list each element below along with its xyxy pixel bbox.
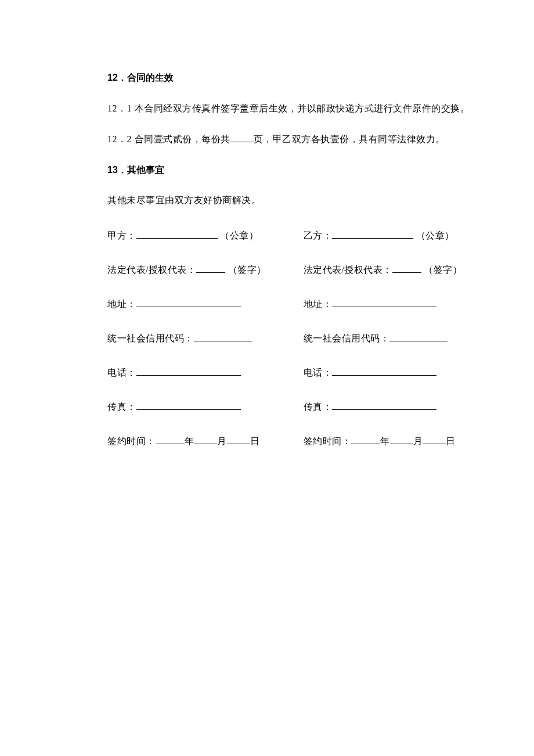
party-a-date-label: 签约时间： <box>107 436 156 446</box>
section-12-p1: 12．1 本合同经双方传真件签字盖章后生效，并以邮政快递方式进行文件原件的交换。 <box>107 100 488 117</box>
party-b-rep-row: 法定代表/授权代表： （签字） <box>304 262 488 279</box>
blank-party-b-credit <box>389 330 448 341</box>
party-b-phone-row: 电话： <box>304 365 488 381</box>
blank-party-a-credit <box>194 330 252 341</box>
blank-party-a-fax <box>136 399 241 410</box>
section-12-p2-suffix: 页，甲乙双方各执壹份，具有同等法律效力。 <box>254 134 445 144</box>
blank-party-b-address <box>332 296 436 307</box>
party-a-phone-row: 电话： <box>107 365 292 381</box>
party-b-fax-row: 传真： <box>304 399 488 416</box>
blank-party-a-address <box>136 296 241 307</box>
party-a-date-row: 签约时间：年月日 <box>107 433 292 450</box>
blank-party-b-day <box>423 433 446 444</box>
party-b-seal-suffix: （公章） <box>416 231 454 240</box>
section-12-p2: 12．2 合同壹式贰份，每份共页，甲乙双方各执壹份，具有同等法律效力。 <box>107 131 488 148</box>
blank-party-b-year <box>351 433 380 444</box>
party-a-phone-label: 电话： <box>107 368 136 377</box>
section-13-p1: 其他未尽事宜由双方友好协商解决。 <box>107 192 488 209</box>
party-b-rep-label: 法定代表/授权代表： <box>304 265 392 275</box>
section-12-p2-prefix: 12．2 合同壹式贰份，每份共 <box>107 134 230 144</box>
blank-party-a-name <box>136 228 218 239</box>
month-label: 月 <box>217 436 227 446</box>
party-a-sign-suffix: （签字） <box>228 265 266 275</box>
party-a-seal-suffix: （公章） <box>220 231 258 240</box>
party-a-address-label: 地址： <box>107 299 136 309</box>
party-a-address-row: 地址： <box>107 296 292 313</box>
blank-party-a-rep <box>196 262 225 273</box>
party-a-rep-label: 法定代表/授权代表： <box>107 265 196 275</box>
year-label: 年 <box>185 436 194 446</box>
blank-pages <box>230 131 254 142</box>
month-label-b: 月 <box>413 436 423 446</box>
day-label-b: 日 <box>446 436 456 446</box>
party-a-fax-label: 传真： <box>107 402 136 412</box>
party-b-sign-suffix: （签字） <box>424 265 462 275</box>
blank-party-b-fax <box>332 399 436 410</box>
party-b-name-label: 乙方： <box>304 231 333 240</box>
party-a-credit-label: 统一社会信用代码： <box>107 333 194 343</box>
party-b-fax-label: 传真： <box>304 402 333 412</box>
party-b-address-label: 地址： <box>304 299 333 309</box>
party-a-credit-row: 统一社会信用代码： <box>107 330 292 347</box>
party-a-fax-row: 传真： <box>107 399 292 416</box>
blank-party-b-rep <box>392 262 421 273</box>
blank-party-b-month <box>390 433 413 444</box>
day-label: 日 <box>250 436 260 446</box>
blank-party-a-year <box>156 433 185 444</box>
party-a-name-row: 甲方： （公章） <box>107 228 292 244</box>
section-13-heading: 13．其他事宜 <box>107 162 488 179</box>
blank-party-a-phone <box>136 365 241 376</box>
party-b-date-label: 签约时间： <box>304 436 352 446</box>
blank-party-a-month <box>194 433 217 444</box>
party-b-credit-row: 统一社会信用代码： <box>304 330 488 347</box>
party-a-name-label: 甲方： <box>107 231 136 240</box>
section-12-heading: 12．合同的生效 <box>107 70 488 87</box>
party-b-address-row: 地址： <box>304 296 488 313</box>
signature-block: 甲方： （公章） 法定代表/授权代表： （签字） 地址： 统一社会信用代码： 电… <box>107 228 488 467</box>
party-b-credit-label: 统一社会信用代码： <box>304 333 390 343</box>
year-label-b: 年 <box>380 436 390 446</box>
party-a-rep-row: 法定代表/授权代表： （签字） <box>107 262 292 279</box>
blank-party-b-name <box>332 228 413 239</box>
blank-party-b-phone <box>332 365 436 376</box>
party-b-column: 乙方： （公章） 法定代表/授权代表： （签字） 地址： 统一社会信用代码： 电… <box>304 228 488 467</box>
blank-party-a-day <box>227 433 250 444</box>
party-b-phone-label: 电话： <box>304 368 333 377</box>
party-a-column: 甲方： （公章） 法定代表/授权代表： （签字） 地址： 统一社会信用代码： 电… <box>107 228 292 467</box>
party-b-name-row: 乙方： （公章） <box>304 228 488 244</box>
party-b-date-row: 签约时间：年月日 <box>304 433 488 450</box>
